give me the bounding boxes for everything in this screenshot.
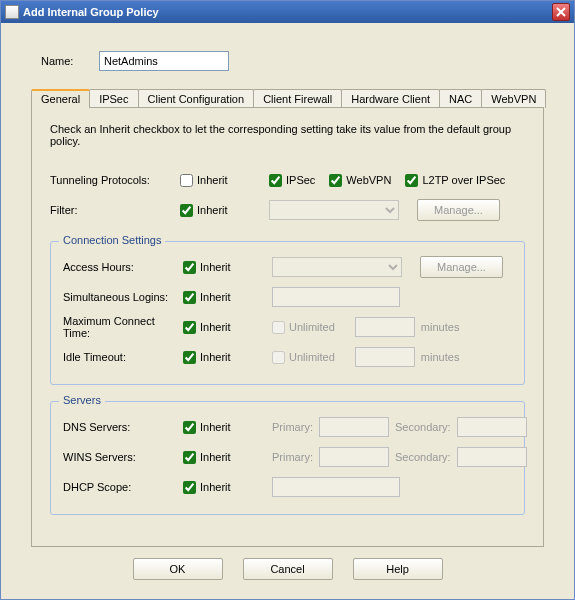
tunneling-webvpn-checkbox[interactable] [329,174,342,187]
dhcp-label: DHCP Scope: [63,481,183,493]
dhcp-inherit-checkbox[interactable] [183,481,196,494]
max-connect-units: minutes [421,321,460,333]
servers-group: Servers DNS Servers: Inherit Primary: Se… [50,401,525,515]
dialog-footer: OK Cancel Help [21,558,554,580]
app-icon [5,5,19,19]
max-connect-unlimited-checkbox[interactable] [272,321,285,334]
sim-logins-inherit-checkbox[interactable] [183,291,196,304]
idle-timeout-label: Idle Timeout: [63,351,183,363]
tabstrip: General IPSec Client Configuration Clien… [31,89,554,108]
ok-button[interactable]: OK [133,558,223,580]
dns-inherit-checkbox[interactable] [183,421,196,434]
tunneling-inherit-checkbox[interactable] [180,174,193,187]
close-icon [556,7,566,17]
access-hours-label: Access Hours: [63,261,183,273]
tab-panel-general: Check an Inherit checkbox to let the cor… [31,107,544,547]
wins-secondary-input[interactable] [457,447,527,467]
access-hours-manage-button[interactable]: Manage... [420,256,503,278]
titlebar: Add Internal Group Policy [1,1,574,23]
sim-logins-input[interactable] [272,287,400,307]
access-hours-inherit-checkbox[interactable] [183,261,196,274]
access-hours-combo[interactable] [272,257,402,277]
close-button[interactable] [552,3,570,21]
filter-label: Filter: [50,204,180,216]
connection-settings-title: Connection Settings [59,234,165,246]
dns-secondary-input[interactable] [457,417,527,437]
dhcp-input[interactable] [272,477,400,497]
window-title: Add Internal Group Policy [23,6,159,18]
idle-timeout-input[interactable] [355,347,415,367]
tab-client-firewall[interactable]: Client Firewall [253,89,342,108]
idle-timeout-unlimited-checkbox[interactable] [272,351,285,364]
help-button[interactable]: Help [353,558,443,580]
dialog-body: Name: General IPSec Client Configuration… [1,23,574,590]
idle-timeout-units: minutes [421,351,460,363]
max-connect-inherit-checkbox[interactable] [183,321,196,334]
sim-logins-label: Simultaneous Logins: [63,291,183,303]
name-label: Name: [41,55,99,67]
wins-label: WINS Servers: [63,451,183,463]
tab-client-config[interactable]: Client Configuration [138,89,255,108]
tab-ipsec[interactable]: IPSec [89,89,138,108]
idle-timeout-inherit-checkbox[interactable] [183,351,196,364]
wins-primary-input[interactable] [319,447,389,467]
connection-settings-group: Connection Settings Access Hours: Inheri… [50,241,525,385]
tunneling-l2tp-checkbox[interactable] [405,174,418,187]
tab-general[interactable]: General [31,89,90,108]
wins-primary-label: Primary: [272,451,313,463]
tunneling-ipsec-checkbox[interactable] [269,174,282,187]
max-connect-label: Maximum Connect Time: [63,315,183,339]
tab-nac[interactable]: NAC [439,89,482,108]
filter-combo[interactable] [269,200,399,220]
tunneling-label: Tunneling Protocols: [50,174,180,186]
dns-primary-label: Primary: [272,421,313,433]
tab-hardware-client[interactable]: Hardware Client [341,89,440,108]
dns-label: DNS Servers: [63,421,183,433]
max-connect-input[interactable] [355,317,415,337]
cancel-button[interactable]: Cancel [243,558,333,580]
filter-manage-button[interactable]: Manage... [417,199,500,221]
wins-secondary-label: Secondary: [395,451,451,463]
dns-primary-input[interactable] [319,417,389,437]
dns-secondary-label: Secondary: [395,421,451,433]
tab-webvpn[interactable]: WebVPN [481,89,546,108]
servers-title: Servers [59,394,105,406]
name-input[interactable] [99,51,229,71]
wins-inherit-checkbox[interactable] [183,451,196,464]
intro-text: Check an Inherit checkbox to let the cor… [50,123,525,147]
filter-inherit-checkbox[interactable] [180,204,193,217]
